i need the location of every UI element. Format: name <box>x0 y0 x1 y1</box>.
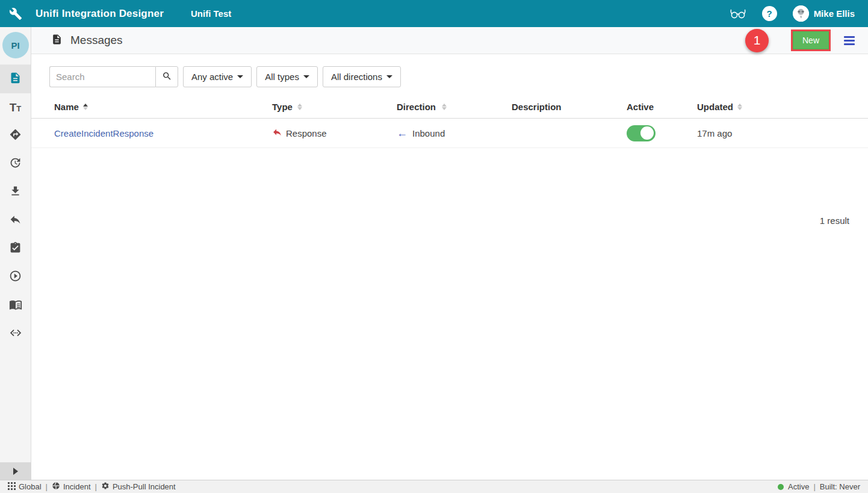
sidebar-item-history[interactable] <box>0 150 31 178</box>
search-button[interactable] <box>155 66 178 87</box>
active-filter-dropdown[interactable]: Any active <box>183 66 252 87</box>
separator: | <box>46 482 48 491</box>
status-label: Active <box>788 482 809 491</box>
user-name: Mike Ellis <box>814 8 855 19</box>
user-menu[interactable]: Mike Ellis <box>793 5 855 22</box>
chevron-down-icon <box>303 75 309 78</box>
incident-table-icon <box>52 482 60 492</box>
text-fields-icon: TT <box>10 102 22 113</box>
sort-icon <box>297 104 302 110</box>
annotation-highlight-box: New <box>791 29 831 51</box>
chevron-down-icon <box>386 75 392 78</box>
direction-filter-dropdown[interactable]: All directions <box>323 66 401 87</box>
search-icon <box>162 71 172 83</box>
page-header: Messages 1 New <box>31 27 868 54</box>
table-label: Incident <box>63 482 91 491</box>
sidebar-item-fields[interactable]: TT <box>0 93 31 122</box>
message-updated: 17m ago <box>697 128 868 138</box>
column-header-updated[interactable]: Updated <box>697 102 868 112</box>
active-filter-label: Any active <box>191 72 233 82</box>
process-label: Push-Pull Incident <box>113 482 176 491</box>
sidebar-item-documentation[interactable] <box>0 291 31 320</box>
chevron-down-icon <box>237 75 243 78</box>
sidebar: PI TT <box>0 27 31 480</box>
search-input[interactable] <box>49 66 155 87</box>
status-dot-icon <box>778 484 784 490</box>
grid-icon <box>8 482 16 492</box>
annotation-step-badge: 1 <box>745 29 769 52</box>
code-icon <box>9 326 22 342</box>
environment-name[interactable]: Unifi Test <box>191 8 231 19</box>
app-title: Unifi Integration Designer <box>36 8 164 20</box>
history-icon <box>9 157 22 172</box>
scope-selector[interactable]: Global <box>8 482 42 492</box>
column-header-description[interactable]: Description <box>512 102 627 112</box>
type-filter-label: All types <box>265 72 299 82</box>
sidebar-item-directions[interactable] <box>0 122 31 150</box>
scope-label: Global <box>19 482 42 491</box>
download-icon <box>9 185 22 200</box>
chevron-right-icon <box>13 468 18 475</box>
reply-icon <box>9 213 22 228</box>
column-header-name[interactable]: Name <box>54 102 272 112</box>
inbound-arrow-icon: ← <box>397 128 408 138</box>
menu-icon[interactable] <box>842 34 857 48</box>
built-label: Built: Never <box>820 482 860 491</box>
wrench-icon <box>0 7 31 20</box>
new-button[interactable]: New <box>793 31 829 49</box>
play-circle-icon <box>9 270 22 285</box>
separator: | <box>95 482 97 491</box>
sidebar-item-download[interactable] <box>0 178 31 206</box>
sidebar-expand-button[interactable] <box>0 462 31 480</box>
active-toggle[interactable] <box>627 125 656 141</box>
column-header-active[interactable]: Active <box>627 102 697 112</box>
sort-icon <box>737 104 742 110</box>
book-icon <box>9 298 22 314</box>
sidebar-item-responses[interactable] <box>0 206 31 235</box>
table-selector[interactable]: Incident <box>52 482 91 492</box>
message-direction: Inbound <box>412 128 445 138</box>
page-title: Messages <box>70 34 123 47</box>
help-icon[interactable]: ? <box>762 6 777 21</box>
top-bar: Unifi Integration Designer Unifi Test ? <box>0 0 868 27</box>
message-type: Response <box>286 128 327 138</box>
gear-icon <box>101 482 110 492</box>
sort-icon <box>442 104 447 110</box>
sidebar-item-api[interactable] <box>0 320 31 348</box>
integration-avatar[interactable]: PI <box>2 32 29 58</box>
toolbar: Any active All types All directions <box>31 54 868 87</box>
table-row: CreateIncidentResponse Response ← Inboun… <box>31 119 868 148</box>
toggle-knob <box>640 126 654 140</box>
sort-ascending-icon <box>83 104 88 110</box>
sidebar-item-messages[interactable] <box>0 65 31 93</box>
user-avatar <box>793 5 809 22</box>
sidebar-item-run[interactable] <box>0 263 31 291</box>
column-header-direction[interactable]: Direction <box>397 102 512 112</box>
sidebar-item-tasks[interactable] <box>0 235 31 263</box>
table-header-row: Name Type Direction Description Active <box>31 96 868 119</box>
separator: | <box>813 482 815 491</box>
process-selector[interactable]: Push-Pull Incident <box>101 482 176 492</box>
document-icon <box>9 72 22 87</box>
message-name-link[interactable]: CreateIncidentResponse <box>54 128 153 138</box>
clipboard-check-icon <box>9 241 22 256</box>
messages-doc-icon <box>51 34 63 48</box>
messages-table: Name Type Direction Description Active <box>31 96 868 148</box>
status-bar: Global | Incident | Push-Pull Incident A… <box>0 480 868 493</box>
glasses-icon[interactable] <box>730 9 746 19</box>
type-filter-dropdown[interactable]: All types <box>256 66 318 87</box>
result-count: 1 result <box>31 215 868 226</box>
column-header-type[interactable]: Type <box>272 102 397 112</box>
response-type-icon <box>272 127 282 139</box>
directions-icon <box>9 128 22 143</box>
direction-filter-label: All directions <box>331 72 382 82</box>
